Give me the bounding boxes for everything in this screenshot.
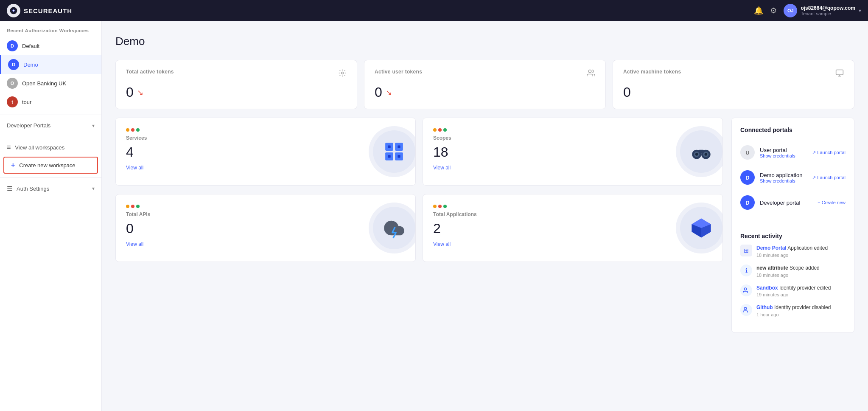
widget-services-dots	[126, 128, 405, 132]
svg-point-1	[13, 10, 14, 11]
activity-text-4: Github Identity provider disabled	[756, 304, 831, 311]
activity-link-3[interactable]: Sandbox	[756, 285, 778, 291]
widget-apis-viewall[interactable]: View all	[126, 241, 143, 247]
widget-apis-bg	[369, 203, 416, 253]
stats-row: Total active tokens 0 ↘ Active user toke…	[115, 60, 854, 109]
svg-point-24	[744, 288, 746, 290]
user-menu[interactable]: OJ ojs82664@qopow.com Tenant sample ▾	[784, 4, 861, 17]
trend-down-icon: ↘	[137, 88, 143, 97]
widget-apps-title: Total Applications	[433, 211, 712, 217]
sidebar-divider-1	[0, 115, 101, 115]
workspace-avatar-tour: t	[7, 96, 18, 107]
dot-red-2	[438, 128, 442, 132]
topnav-actions: 🔔 ⚙ OJ ojs82664@qopow.com Tenant sample …	[754, 4, 861, 17]
widget-row-2: Total APIs 0 View all	[115, 194, 723, 262]
widget-scopes-title: Scopes	[433, 135, 712, 141]
stat-active-user-value: 0 ↘	[375, 84, 595, 100]
stat-active-machine-icon	[835, 69, 844, 79]
create-new-workspace[interactable]: + Create new workspace	[3, 157, 98, 174]
activity-item-3: Sandbox Identity provider edited 19 minu…	[740, 284, 846, 298]
auth-settings-chevron-icon: ▾	[92, 186, 95, 191]
widget-row-1: Services 4 View all	[115, 118, 723, 186]
widget-total-apps: Total Applications 2 View all	[423, 194, 723, 262]
svg-rect-4	[836, 70, 843, 75]
portal-user-credentials[interactable]: Show credentials	[760, 153, 807, 158]
workspace-avatar-default: D	[7, 40, 18, 51]
activity-time-1: 18 minutes ago	[756, 253, 828, 258]
activity-icon-2: ℹ	[740, 265, 752, 276]
topnav: SECUREAUTH 🔔 ⚙ OJ ojs82664@qopow.com Ten…	[0, 0, 868, 21]
user-tenant: Tenant sample	[801, 11, 855, 16]
workspace-avatar-demo: D	[8, 59, 19, 70]
activity-link-1[interactable]: Demo Portal	[756, 245, 787, 251]
dot-orange-4	[433, 205, 437, 208]
activity-bold-2: new attribute	[756, 265, 788, 271]
widget-scopes-viewall[interactable]: View all	[433, 165, 451, 171]
right-panel: Connected portals U User portal Show cre…	[731, 118, 854, 333]
widget-scopes-icon	[680, 130, 722, 173]
portal-user: U User portal Show credentials ↗ Launch …	[740, 140, 846, 165]
portal-developer: D Developer portal + Create new	[740, 190, 846, 215]
notifications-icon[interactable]: 🔔	[754, 6, 763, 15]
stat-active-machine-label: Active machine tokens	[623, 69, 681, 75]
activity-content-4: Github Identity provider disabled 1 hour…	[756, 304, 831, 317]
widget-apps-bg	[676, 203, 723, 253]
developer-portals-chevron-icon: ▾	[92, 123, 95, 129]
dot-red-3	[131, 205, 134, 208]
page-title: Demo	[115, 35, 854, 48]
svg-point-2	[342, 72, 344, 74]
widget-apps-viewall[interactable]: View all	[433, 241, 451, 247]
portal-dev-info: Developer portal	[760, 200, 812, 206]
view-all-label: View all workspaces	[15, 144, 64, 151]
view-all-workspaces[interactable]: ≡ View all workspaces	[0, 140, 101, 155]
activity-time-4: 1 hour ago	[756, 312, 831, 317]
stat-card-total-active: Total active tokens 0 ↘	[115, 60, 357, 109]
stat-total-active-value: 0 ↘	[126, 84, 347, 100]
svg-rect-11	[388, 155, 390, 158]
dot-green	[136, 128, 140, 132]
portal-demo-name: Demo application	[760, 172, 807, 178]
settings-icon[interactable]: ⚙	[770, 6, 777, 15]
activity-link-4[interactable]: Github	[756, 304, 773, 310]
widget-apis-value: 0	[126, 221, 405, 236]
trend-down-icon-2: ↘	[386, 88, 392, 97]
workspace-label-demo: Demo	[23, 62, 38, 68]
widget-apis-dots	[126, 205, 405, 208]
dot-orange-2	[433, 128, 437, 132]
dot-green-2	[443, 128, 447, 132]
content-left: Services 4 View all	[115, 118, 723, 333]
recent-workspaces-title: Recent Authorization Workspaces	[0, 21, 101, 37]
create-workspace-label: Create new workspace	[19, 162, 75, 169]
logo-icon	[7, 4, 20, 17]
portal-demo-credentials[interactable]: Show credentials	[760, 178, 807, 183]
sidebar-item-demo[interactable]: D Demo	[0, 55, 101, 74]
activity-content-1: Demo Portal Application edited 18 minute…	[756, 245, 828, 258]
main-content: Demo Total active tokens 0 ↘ Active user…	[102, 21, 868, 411]
workspace-label-tour: tour	[22, 99, 31, 105]
workspace-avatar-openbanking: O	[7, 78, 18, 89]
auth-settings-label: Auth Settings	[17, 186, 49, 192]
sidebar-item-tour[interactable]: t tour	[0, 93, 101, 111]
activity-text-1: Demo Portal Application edited	[756, 245, 828, 252]
sidebar: Recent Authorization Workspaces D Defaul…	[0, 21, 102, 411]
activity-time-3: 19 minutes ago	[756, 292, 831, 297]
logo[interactable]: SECUREAUTH	[7, 4, 72, 17]
portal-dev-create[interactable]: + Create new	[818, 200, 846, 205]
auth-settings[interactable]: ☰ Auth Settings ▾	[0, 181, 101, 196]
sidebar-item-openbanking[interactable]: O Open Banking UK	[0, 74, 101, 93]
portal-demo-launch[interactable]: ↗ Launch portal	[812, 175, 846, 180]
widget-scopes-value: 18	[433, 144, 712, 160]
widget-scopes-bg	[676, 126, 723, 177]
stat-active-user-label: Active user tokens	[375, 69, 422, 75]
portal-user-launch[interactable]: ↗ Launch portal	[812, 150, 846, 155]
stat-active-machine-value: 0	[623, 84, 844, 100]
stat-card-active-machine: Active machine tokens 0	[613, 60, 854, 109]
developer-portals-section[interactable]: Developer Portals ▾	[0, 118, 101, 132]
user-menu-chevron-icon: ▾	[859, 8, 861, 14]
stat-card-active-user: Active user tokens 0 ↘	[364, 60, 606, 109]
svg-point-19	[705, 153, 708, 156]
recent-activity-title: Recent activity	[740, 233, 846, 239]
sidebar-item-default[interactable]: D Default	[0, 37, 101, 55]
widget-services-viewall[interactable]: View all	[126, 165, 143, 171]
activity-icon-1: ⊞	[740, 245, 752, 256]
